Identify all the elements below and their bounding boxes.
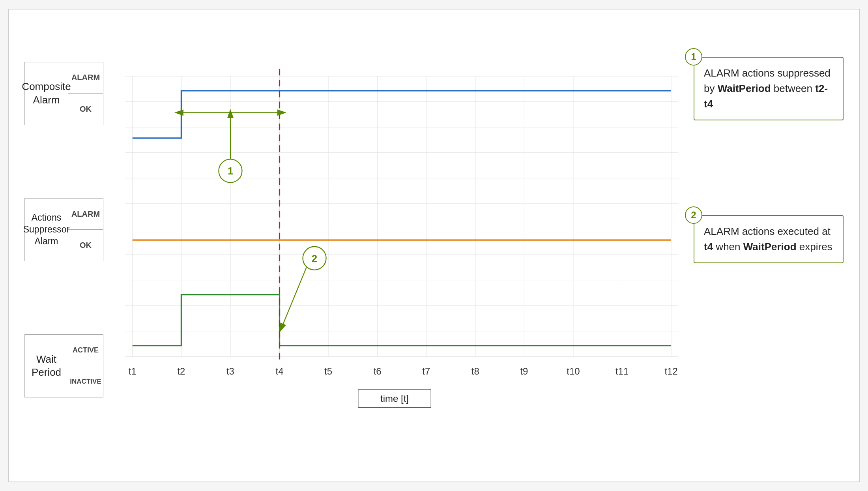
- composite-ok-state: OK: [68, 94, 103, 125]
- composite-alarm-state: ALARM: [68, 62, 103, 94]
- annotation2-badge: 2: [685, 206, 702, 224]
- time-t7: t7: [422, 366, 430, 377]
- composite-alarm-label: CompositeAlarm ALARM OK: [24, 62, 103, 125]
- y-labels-column: CompositeAlarm ALARM OK ActionsSuppresso…: [24, 25, 103, 466]
- annotation2-number: 2: [312, 253, 317, 264]
- time-t11: t11: [615, 366, 629, 377]
- time-t3: t3: [226, 366, 234, 377]
- waitperiod-states: ACTIVE INACTIVE: [68, 335, 103, 397]
- graph-area: 1 2 t1 t2 t3 t4 t5 t6: [103, 25, 686, 466]
- suppressor-alarm-title: ActionsSuppressorAlarm: [25, 199, 68, 261]
- time-t8: t8: [471, 366, 479, 377]
- waitperiod-label: WaitPeriod ACTIVE INACTIVE: [24, 334, 103, 397]
- annotation2-box: 2 ALARM actions executed at t4 when Wait…: [694, 215, 844, 263]
- annotation1-box: 1 ALARM actions suppressed by WaitPeriod…: [694, 57, 844, 120]
- waitperiod-active-state: ACTIVE: [68, 335, 103, 366]
- chart-area: CompositeAlarm ALARM OK ActionsSuppresso…: [24, 25, 686, 466]
- suppressor-ok-state: OK: [68, 230, 103, 261]
- time-t9: t9: [520, 366, 528, 377]
- time-axis-label: time [t]: [380, 393, 409, 404]
- suppressor-alarm-state: ALARM: [68, 199, 103, 230]
- main-container: CompositeAlarm ALARM OK ActionsSuppresso…: [8, 9, 860, 482]
- time-t1: t1: [129, 366, 137, 377]
- main-chart-svg: 1 2 t1 t2 t3 t4 t5 t6: [103, 25, 686, 466]
- waitperiod-title: WaitPeriod: [25, 335, 68, 397]
- waitperiod-inactive-state: INACTIVE: [68, 366, 103, 397]
- composite-alarm-states: ALARM OK: [68, 62, 103, 125]
- time-t12: t12: [664, 366, 677, 377]
- time-t10: t10: [567, 366, 580, 377]
- annotations-column: 1 ALARM actions suppressed by WaitPeriod…: [694, 25, 844, 466]
- composite-alarm-title: CompositeAlarm: [25, 62, 68, 125]
- annotation1-text: ALARM actions suppressed by WaitPeriod b…: [704, 67, 831, 110]
- annotation1-number: 1: [228, 165, 233, 176]
- suppressor-alarm-states: ALARM OK: [68, 199, 103, 261]
- suppressor-alarm-label: ActionsSuppressorAlarm ALARM OK: [24, 198, 103, 261]
- waitperiod-line: [133, 295, 671, 346]
- annotation2-pointer: [283, 267, 307, 324]
- time-t5: t5: [324, 366, 332, 377]
- annotation2-text: ALARM actions executed at t4 when WaitPe…: [704, 225, 832, 253]
- time-t4: t4: [275, 366, 283, 377]
- composite-alarm-line: [133, 91, 671, 138]
- time-t6: t6: [374, 366, 382, 377]
- annotation1-badge: 1: [685, 48, 702, 66]
- time-t2: t2: [177, 366, 185, 377]
